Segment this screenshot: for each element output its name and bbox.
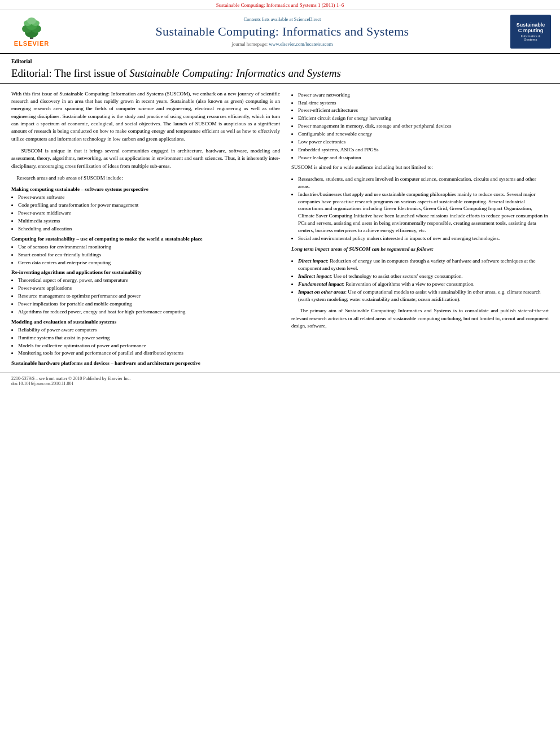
svg-point-7 — [27, 18, 36, 24]
list-item: Multimedia systems — [18, 217, 280, 225]
journal-header: ELSEVIER Contents lists available at Sci… — [0, 10, 560, 54]
journal-title: Sustainable Computing: Informatics and S… — [61, 24, 504, 39]
article-type: Editorial — [11, 59, 549, 64]
impact-bold-4: Impact on other areas — [298, 289, 345, 295]
list-item: Resource management to optimize performa… — [18, 292, 280, 300]
impact-bold-2: Indirect impact — [298, 273, 331, 279]
intro-para1: With this first issue of Sustainable Com… — [11, 90, 280, 143]
title-italic: Sustainable Computing: Informatics and S… — [129, 67, 341, 79]
sc-logo: SustainableC mputing Informatics &System… — [510, 15, 551, 49]
list-item: Power implications for portable and mobi… — [18, 300, 280, 308]
list-item: Researchers, students, and engineers inv… — [298, 176, 549, 190]
list-item: Power leakage and dissipation — [298, 154, 549, 161]
closing-text: The primary aim of Sustainable Computing… — [291, 308, 549, 329]
elsevier-logo: ELSEVIER — [9, 15, 54, 49]
right-bullet-list: Power aware networking Real-time systems… — [298, 91, 549, 161]
section4-heading: Modeling and evaluation of sustainable s… — [11, 319, 280, 325]
list-item: Social and environmental policy makers i… — [298, 235, 549, 242]
list-item: Power management in memory, disk, storag… — [298, 123, 549, 130]
section2-heading: Computing for sustainability – use of co… — [11, 236, 280, 242]
para1-text: With this first issue of Sustainable Com… — [11, 91, 280, 142]
contents-label: Contents lists available at — [244, 16, 293, 22]
list-item: Embedded systems, ASICs and FPGSs — [298, 146, 549, 154]
article-title: Editorial: The first issue of Sustainabl… — [11, 67, 549, 81]
list-item: Indirect impact: Use of technology to as… — [298, 273, 549, 280]
impact-text-3: : Reinvention of algorithms with a view … — [343, 281, 474, 287]
list-item: Configurable and renewable energy — [298, 130, 549, 138]
list-item: Smart control for eco-friendly buildings — [18, 251, 280, 259]
intro-para2: SUSCOM is unique in that it brings sever… — [11, 147, 280, 170]
impact-text-1: : Reduction of energy use in computers t… — [298, 258, 536, 271]
right-column: Power aware networking Real-time systems… — [291, 90, 549, 368]
footer: 2210-5379/$ – see front matter © 2010 Pu… — [0, 372, 560, 388]
intro-para3: Research areas and sub areas of SUSCOM i… — [11, 174, 280, 182]
list-item: Fundamental impact: Reinvention of algor… — [298, 281, 549, 288]
article-header: Editorial Editorial: The first issue of … — [0, 54, 560, 84]
list-item: Power-efficient architectures — [298, 107, 549, 114]
para2-text: SUSCOM is unique in that it brings sever… — [11, 148, 280, 169]
footer-doi: doi:10.1016/j.suscom.2010.11.001 — [11, 381, 549, 386]
list-item: Real-time systems — [298, 99, 549, 107]
list-item: Code profiling and transformation for po… — [18, 202, 280, 209]
para3-text: Research areas and sub areas of SUSCOM i… — [16, 175, 123, 181]
list-item: Industries/businesses that apply and use… — [298, 191, 549, 234]
list-item: Use of sensors for environmental monitor… — [18, 243, 280, 251]
section1-heading: Making computing sustainable – software … — [11, 186, 280, 192]
impact-text-2: : Use of technology to assist other sect… — [331, 273, 463, 279]
homepage-label: journal homepage: — [232, 41, 268, 47]
section2-list: Use of sensors for environmental monitor… — [18, 243, 280, 267]
list-item: Green data centers and enterprise comput… — [18, 259, 280, 267]
impact-heading: Long term impact areas of SUSCOM can be … — [291, 246, 549, 253]
sciencedirect-line: Contents lists available at ScienceDirec… — [61, 16, 504, 22]
impact-list: Direct impact: Reduction of energy use i… — [298, 257, 549, 303]
list-item: Power-aware middleware — [18, 209, 280, 217]
list-item: Direct impact: Reduction of energy use i… — [298, 257, 549, 272]
homepage-url[interactable]: www.elsevier.com/locate/suscom — [269, 41, 333, 47]
section3-heading: Re-inventing algorithms and applications… — [11, 269, 280, 275]
closing-para: The primary aim of Sustainable Computing… — [291, 307, 549, 330]
sciencedirect-link[interactable]: ScienceDirect — [294, 16, 321, 22]
list-item: Reliability of power-aware computers — [18, 326, 280, 334]
list-item: Power-aware software — [18, 194, 280, 201]
title-plain: Editorial: The first issue of — [11, 67, 129, 79]
impact-bold-3: Fundamental impact — [298, 281, 343, 287]
audience-intro: SUSCOM is aimed for a wide audience incl… — [291, 164, 549, 171]
list-item: Impact on other areas: Use of computatio… — [298, 289, 549, 303]
journal-citation: Sustainable Computing: Informatics and S… — [0, 0, 560, 10]
list-item: Scheduling and allocation — [18, 225, 280, 233]
list-item: Algorithms for reduced power, energy and… — [18, 308, 280, 316]
elsevier-wordmark: ELSEVIER — [14, 40, 49, 47]
section1-list: Power-aware software Code profiling and … — [18, 194, 280, 232]
audience-list: Researchers, students, and engineers inv… — [298, 176, 549, 242]
list-item: Efficient circuit design for energy harv… — [298, 115, 549, 122]
impact-bold-1: Direct impact — [298, 258, 327, 264]
list-item: Theoretical aspect of energy, power, and… — [18, 277, 280, 284]
list-item: Monitoring tools for power and performan… — [18, 350, 280, 357]
citation-text: Sustainable Computing: Informatics and S… — [216, 2, 344, 8]
list-item: Runtime systems that assist in power sav… — [18, 334, 280, 342]
section5-heading: Sustainable hardware platforms and devic… — [11, 360, 280, 366]
list-item: Models for collective optimization of po… — [18, 342, 280, 350]
homepage-line: journal homepage: www.elsevier.com/locat… — [61, 41, 504, 47]
main-content: With this first issue of Sustainable Com… — [0, 84, 560, 373]
list-item: Power-aware applications — [18, 285, 280, 292]
journal-header-center: Contents lists available at ScienceDirec… — [61, 16, 504, 47]
section3-list: Theoretical aspect of energy, power, and… — [18, 277, 280, 315]
left-column: With this first issue of Sustainable Com… — [11, 90, 280, 368]
section4-list: Reliability of power-aware computers Run… — [18, 326, 280, 357]
audience-intro-text: SUSCOM is aimed for a wide audience incl… — [291, 164, 433, 170]
footer-issn: 2210-5379/$ – see front matter © 2010 Pu… — [11, 376, 549, 381]
list-item: Power aware networking — [298, 91, 549, 99]
list-item: Low power electronics — [298, 138, 549, 146]
